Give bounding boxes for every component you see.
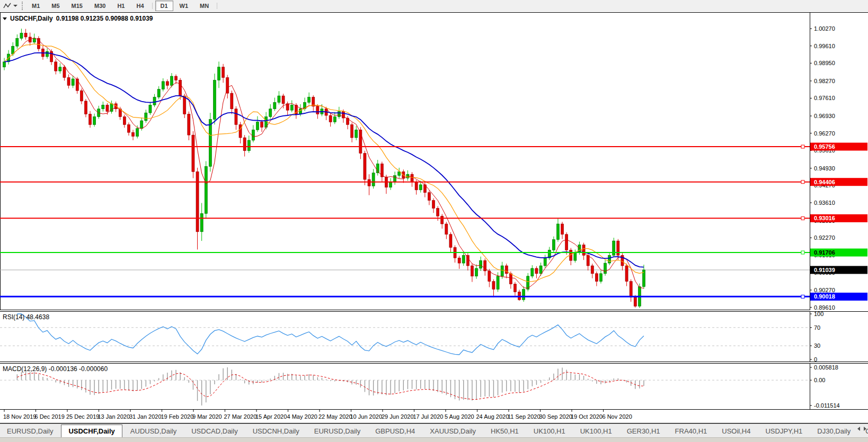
chart-tab-usdjpy-h1[interactable]: USDJPY,H1 [758, 425, 809, 438]
chart-tab-bar: EURUSD,DailyUSDCHF,DailyAUDUSD,DailyUSDC… [0, 423, 868, 438]
svg-text:5 Aug 2020: 5 Aug 2020 [445, 413, 474, 420]
timeframe-button-h4[interactable]: H4 [131, 1, 149, 11]
chart-tab-fra40-h1[interactable]: FRA40,H1 [668, 425, 714, 438]
svg-text:0.89610: 0.89610 [814, 304, 835, 310]
svg-text:29 Jun 2020: 29 Jun 2020 [382, 413, 414, 420]
tab-scroll-right-icon[interactable] [864, 427, 866, 431]
svg-text:0.94930: 0.94930 [814, 165, 835, 172]
svg-text:27 Mar 2020: 27 Mar 2020 [224, 413, 257, 420]
chart-tab-ger30-h1[interactable]: GER30,H1 [620, 425, 667, 438]
chart-window: 1.002700.996100.989500.982700.976100.969… [0, 12, 868, 423]
svg-text:0.98950: 0.98950 [814, 60, 835, 66]
svg-text:25 Dec 2019: 25 Dec 2019 [66, 413, 99, 420]
svg-text:24 Aug 2020: 24 Aug 2020 [476, 413, 509, 420]
chart-tab-usdchf-daily[interactable]: USDCHF,Daily [61, 425, 122, 438]
svg-text:6 Dec 2019: 6 Dec 2019 [35, 413, 65, 420]
svg-text:31 Jan 2020: 31 Jan 2020 [129, 413, 162, 420]
zigzag-glyph [3, 2, 12, 10]
chart-title-ohlc: 0.91198 0.91235 0.90988 0.91039 [56, 15, 153, 22]
svg-text:0.00: 0.00 [814, 377, 825, 383]
svg-text:0.91706: 0.91706 [814, 249, 835, 256]
macd-indicator-label: MACD(12,26,9) -0.000136 -0.000060 [3, 365, 108, 373]
main-price-chart[interactable]: 1.002700.996100.989500.982700.976100.969… [0, 12, 868, 310]
chart-tab-eurusd-daily[interactable]: EURUSD,Daily [307, 425, 367, 438]
svg-text:22 May 2020: 22 May 2020 [318, 413, 352, 420]
macd-pane[interactable]: 0.0058180.00-0.011514 [0, 363, 868, 410]
svg-text:0.90270: 0.90270 [814, 287, 835, 293]
svg-text:13 Jan 2020: 13 Jan 2020 [98, 413, 130, 420]
svg-text:30: 30 [814, 342, 820, 349]
time-axis[interactable]: 18 Nov 20196 Dec 201925 Dec 201913 Jan 2… [0, 410, 868, 423]
svg-text:1.00270: 1.00270 [814, 25, 835, 32]
svg-text:0.97610: 0.97610 [814, 95, 835, 101]
toolbar-separator [152, 3, 153, 9]
chart-tab-usoil-h4[interactable]: USOil,H4 [715, 425, 757, 438]
chart-tab-eurusd-daily[interactable]: EURUSD,Daily [0, 425, 60, 438]
chart-tab-gbpusd-h4[interactable]: GBPUSD,H4 [368, 425, 422, 438]
timeframe-button-w1[interactable]: W1 [174, 1, 194, 11]
svg-text:4 May 2020: 4 May 2020 [287, 413, 317, 420]
chart-tab-uk100-h1[interactable]: UK100,H1 [573, 425, 619, 438]
chart-tab-audusd-daily[interactable]: AUDUSD,Daily [123, 425, 183, 438]
svg-text:0.96270: 0.96270 [814, 130, 835, 137]
rsi-indicator-label: RSI(14) 48.4638 [3, 313, 49, 321]
chart-tab-usdcad-daily[interactable]: USDCAD,Daily [184, 425, 244, 438]
svg-text:15 Apr 2020: 15 Apr 2020 [255, 413, 287, 420]
timeframe-button-h1[interactable]: H1 [112, 1, 130, 11]
svg-text:6 Nov 2020: 6 Nov 2020 [603, 413, 632, 420]
chart-tab-usdcnh-daily[interactable]: USDCNH,Daily [246, 425, 306, 438]
hline-handle [801, 251, 804, 254]
timeframe-button-m1[interactable]: M1 [26, 1, 45, 11]
dropdown-caret-icon [13, 5, 17, 7]
svg-text:0.92270: 0.92270 [814, 234, 835, 241]
svg-text:0.93610: 0.93610 [814, 200, 835, 206]
svg-text:9 Mar 2020: 9 Mar 2020 [192, 413, 222, 420]
chart-tab-xauusd-daily[interactable]: XAUUSD,Daily [423, 425, 483, 438]
svg-text:0.90018: 0.90018 [814, 293, 835, 300]
svg-text:100: 100 [814, 311, 823, 317]
svg-text:0: 0 [814, 356, 817, 362]
svg-text:30 Sep 2020: 30 Sep 2020 [539, 413, 572, 420]
collapse-arrow-icon[interactable] [3, 17, 7, 20]
svg-text:19 Feb 2020: 19 Feb 2020 [161, 413, 194, 420]
hline-handle [801, 181, 804, 184]
timeframe-button-mn[interactable]: MN [194, 1, 214, 11]
svg-text:0.95756: 0.95756 [814, 143, 835, 150]
timeframe-button-m5[interactable]: M5 [46, 1, 65, 11]
svg-text:-0.011514: -0.011514 [814, 402, 840, 409]
timeframe-button-m15[interactable]: M15 [66, 1, 88, 11]
timeframe-buttons: M1M5M15M30H1H4D1W1MN [26, 3, 219, 9]
chart-tab-uk100-h1[interactable]: UK100,H1 [527, 425, 572, 438]
toolbar-separator [217, 3, 217, 9]
svg-text:11 Sep 2020: 11 Sep 2020 [508, 413, 541, 420]
chart-title: USDCHF,Daily 0.91198 0.91235 0.90988 0.9… [3, 15, 153, 22]
svg-text:18 Nov 2019: 18 Nov 2019 [3, 413, 36, 420]
svg-text:17 Jul 2020: 17 Jul 2020 [413, 413, 444, 420]
chart-title-symbol: USDCHF,Daily [10, 15, 53, 22]
svg-text:70: 70 [814, 324, 820, 331]
chart-tab-dj30-daily[interactable]: DJ30,Daily [810, 425, 857, 438]
hline-handle [801, 217, 804, 220]
svg-text:0.91039: 0.91039 [814, 267, 835, 273]
svg-text:0.005818: 0.005818 [814, 364, 838, 371]
svg-text:0.94406: 0.94406 [814, 179, 835, 185]
svg-text:19 Oct 2020: 19 Oct 2020 [571, 413, 603, 420]
svg-text:0.99610: 0.99610 [814, 43, 835, 49]
status-strip [0, 437, 868, 442]
timeframe-button-d1[interactable]: D1 [155, 1, 173, 11]
svg-text:0.98270: 0.98270 [814, 78, 835, 84]
rsi-pane[interactable]: 10070300 [0, 311, 868, 362]
timeframe-toolbar: M1M5M15M30H1H4D1W1MN [0, 0, 868, 12]
chart-tab-hk50-h1[interactable]: HK50,H1 [484, 425, 526, 438]
zigzag-tool-icon[interactable] [1, 1, 21, 11]
tab-scroll-arrows [857, 427, 866, 431]
tab-scroll-left-icon[interactable] [857, 427, 860, 431]
svg-text:0.93016: 0.93016 [814, 215, 835, 221]
hline-handle [801, 295, 804, 298]
toolbar-grip[interactable] [22, 2, 23, 10]
hline-handle [801, 145, 804, 148]
timeframe-button-m30[interactable]: M30 [89, 1, 111, 11]
svg-text:10 Jun 2020: 10 Jun 2020 [350, 413, 383, 420]
svg-text:0.96930: 0.96930 [814, 113, 835, 119]
